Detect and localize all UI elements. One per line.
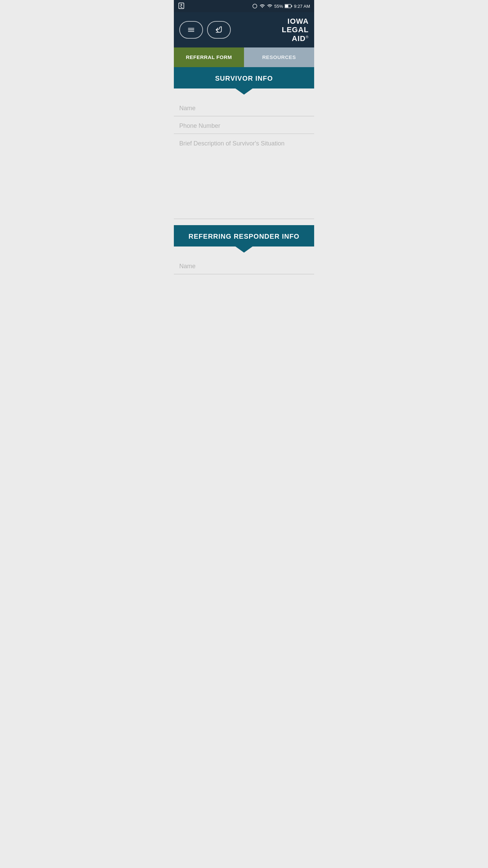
wifi-icon [259,3,265,9]
survivor-form [174,88,314,222]
survivor-phone-field [174,116,314,134]
rx-icon [178,2,185,10]
tab-resources[interactable]: RESOURCES [244,47,314,67]
svg-rect-6 [285,5,288,7]
survivor-description-input[interactable] [179,140,309,215]
survivor-name-input[interactable] [179,105,309,112]
battery-percent: 55% [274,4,283,9]
back-icon [215,26,223,34]
responder-name-input[interactable] [179,263,309,270]
logo-registered: ® [306,35,309,39]
tab-bar: REFERRAL FORM RESOURCES [174,47,314,67]
survivor-description-field [174,134,314,219]
svg-line-3 [181,6,182,7]
survivor-section-title: SURVIVOR INFO [215,75,273,82]
logo-line1: IOWA [287,17,309,25]
logo-line2: LEGAL [282,25,309,34]
nfc-icon [252,3,258,9]
survivor-name-field [174,99,314,116]
responder-section-header: REFERRING RESPONDER INFO [174,225,314,246]
app-header: IOWA LEGAL AID® [174,12,314,47]
back-button[interactable] [207,21,231,39]
responder-name-field [174,257,314,274]
signal-icon [267,3,272,9]
status-bar: 55% 9:27 AM [174,0,314,12]
clock: 9:27 AM [294,4,310,9]
survivor-info-section: SURVIVOR INFO [174,67,314,222]
battery-icon [285,4,292,8]
responder-info-section: REFERRING RESPONDER INFO [174,225,314,274]
logo-line3: AID [292,34,306,43]
responder-section-title: REFERRING RESPONDER INFO [188,233,299,240]
app-logo: IOWA LEGAL AID® [282,17,309,43]
status-icons: 55% 9:27 AM [252,3,310,9]
survivor-phone-input[interactable] [179,122,309,130]
survivor-section-header: SURVIVOR INFO [174,67,314,88]
svg-rect-5 [291,5,292,7]
menu-button[interactable] [179,21,203,39]
tab-referral-form[interactable]: REFERRAL FORM [174,47,244,67]
menu-icon [187,26,195,34]
